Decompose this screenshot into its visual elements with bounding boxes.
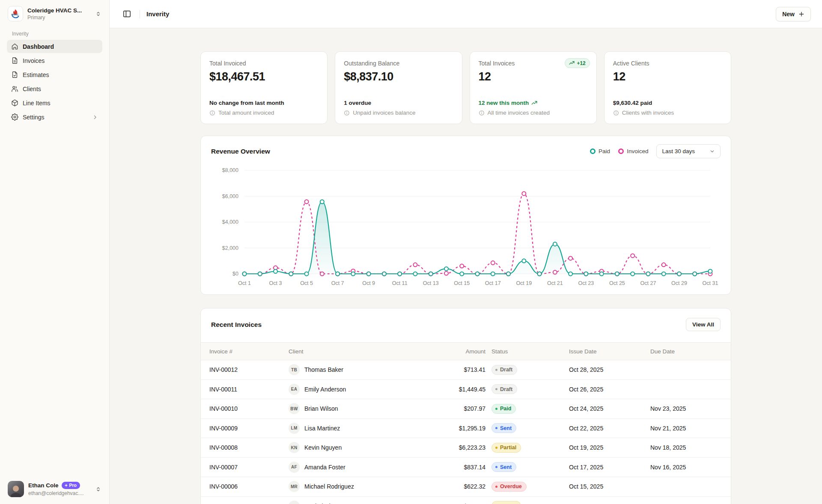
invoice-status: Sent <box>485 423 569 433</box>
client-avatar: MR <box>289 481 300 492</box>
panel-left-icon <box>122 9 131 18</box>
svg-text:$4,000: $4,000 <box>222 219 238 225</box>
invoice-status: Overdue <box>485 482 569 492</box>
stat-value: 12 <box>613 70 722 83</box>
svg-text:Oct 23: Oct 23 <box>578 280 594 286</box>
user-menu[interactable]: Ethan Cole Pro ethan@coleridgehvac.... <box>7 478 102 498</box>
invoice-due-date: Nov 21, 2025 <box>650 425 722 432</box>
org-switcher[interactable]: HVAC Coleridge HVAC S... Primary <box>7 5 102 22</box>
info-icon <box>613 110 619 116</box>
legend-item-paid: Paid <box>590 148 610 154</box>
chevron-down-icon <box>709 148 715 154</box>
invoice-status: Paid <box>485 404 569 414</box>
revenue-title: Revenue Overview <box>211 148 270 155</box>
stat-change: $9,630.42 paid <box>613 100 722 106</box>
stat-change: No change from last month <box>209 100 319 106</box>
info-icon <box>344 110 350 116</box>
invoice-table-header: Invoice # Client Amount Status Issue Dat… <box>201 342 731 360</box>
invoice-number: INV-00011 <box>209 386 289 393</box>
stat-description: Clients with invoices <box>613 110 722 116</box>
sidebar-item-clients[interactable]: Clients <box>7 82 102 95</box>
column-amount: Amount <box>443 348 485 355</box>
home-icon <box>11 43 18 50</box>
column-status: Status <box>485 348 569 355</box>
info-icon <box>479 110 485 116</box>
trending-up-icon <box>569 60 575 66</box>
svg-text:Oct 11: Oct 11 <box>392 280 408 286</box>
invoice-client: MRMichael Rodriguez <box>289 481 443 492</box>
chevron-up-down-icon <box>95 486 101 492</box>
table-row[interactable]: INV-00006MRMichael Rodriguez$622.32Overd… <box>201 477 731 497</box>
status-badge: Paid <box>491 404 516 414</box>
invoiced-legend-dot <box>618 148 624 154</box>
chevron-up-down-icon <box>95 11 101 17</box>
sidebar-item-label: Clients <box>23 86 41 92</box>
invoice-number: INV-00012 <box>209 366 289 373</box>
stat-label: Total Invoiced <box>209 60 319 67</box>
invoice-issue-date: Oct 28, 2025 <box>569 366 650 373</box>
invoice-status: Draft <box>485 384 569 394</box>
status-badge: Partial <box>491 443 521 453</box>
invoice-issue-date: Oct 22, 2025 <box>569 425 650 432</box>
table-row[interactable]: INV-00008KNKevin Nguyen$6,223.23PartialO… <box>201 438 731 458</box>
stat-value: 12 <box>479 70 588 83</box>
sidebar-item-line-items[interactable]: Line Items <box>7 96 102 110</box>
client-avatar: RC <box>289 501 300 504</box>
sidebar-item-label: Line Items <box>23 100 51 107</box>
sidebar-toggle-button[interactable] <box>121 8 133 20</box>
chevron-right-icon <box>92 114 98 120</box>
invoice-amount: $207.97 <box>443 405 485 412</box>
sidebar-item-dashboard[interactable]: Dashboard <box>7 40 102 53</box>
stat-value: $8,837.10 <box>344 70 453 83</box>
svg-text:Oct 17: Oct 17 <box>485 280 501 286</box>
svg-text:$0: $0 <box>232 271 238 277</box>
invoice-status: Partial <box>485 501 569 504</box>
invoice-amount: $6,223.23 <box>443 444 485 451</box>
date-range-select[interactable]: Last 30 days <box>656 144 721 158</box>
recent-invoices-card: Recent Invoices View All Invoice # Clien… <box>200 308 731 504</box>
svg-text:$6,000: $6,000 <box>222 193 238 199</box>
gear-icon <box>11 113 18 121</box>
document-check-icon <box>11 71 18 78</box>
legend-item-invoiced: Invoiced <box>618 148 648 154</box>
table-row[interactable]: INV-00009LMLisa Martinez$1,295.19SentOct… <box>201 419 731 439</box>
stat-description: Total amount invoiced <box>209 110 319 116</box>
status-badge: Sent <box>491 462 516 472</box>
invoice-due-date: Nov 18, 2025 <box>650 444 722 451</box>
invoice-issue-date: Oct 19, 2025 <box>569 444 650 451</box>
table-row[interactable]: INV-00010BWBrian Wilson$207.97PaidOct 24… <box>201 399 731 419</box>
sidebar-nav: DashboardInvoicesEstimatesClientsLine It… <box>7 40 102 125</box>
revenue-chart: $0$2,000$4,000$6,000$8,000Oct 1Oct 3Oct … <box>211 163 721 288</box>
table-row[interactable]: INV-00005RCRachel Chen$702.88PartialOct … <box>201 497 731 504</box>
invoice-status: Partial <box>485 443 569 453</box>
view-all-button[interactable]: View All <box>686 318 721 331</box>
column-due-date: Due Date <box>650 348 722 355</box>
invoice-issue-date: Oct 17, 2025 <box>569 464 650 471</box>
svg-text:$8,000: $8,000 <box>222 167 238 173</box>
table-row[interactable]: INV-00012TBThomas Baker$713.41DraftOct 2… <box>201 360 731 380</box>
stat-card-outstanding-balance: Outstanding Balance $8,837.10 1 overdue … <box>335 51 462 124</box>
sidebar: HVAC Coleridge HVAC S... Primary Inverit… <box>0 0 110 504</box>
table-row[interactable]: INV-00011EAEmily Anderson$1,449.45DraftO… <box>201 380 731 400</box>
stat-label: Outstanding Balance <box>344 60 453 67</box>
svg-text:Oct 9: Oct 9 <box>362 280 375 286</box>
status-badge: Draft <box>491 384 517 394</box>
sparkle-icon <box>64 483 68 487</box>
invoice-amount: $1,295.19 <box>443 425 485 432</box>
invoice-number: INV-00009 <box>209 425 289 432</box>
sidebar-item-settings[interactable]: Settings <box>7 110 102 124</box>
new-button[interactable]: New <box>776 7 811 21</box>
sidebar-item-estimates[interactable]: Estimates <box>7 68 102 81</box>
table-row[interactable]: INV-00007AFAmanda Foster$837.14SentOct 1… <box>201 458 731 477</box>
package-icon <box>11 99 18 107</box>
svg-text:Oct 3: Oct 3 <box>269 280 282 286</box>
user-name: Ethan Cole <box>28 482 59 489</box>
sidebar-item-invoices[interactable]: Invoices <box>7 54 102 67</box>
client-avatar: EA <box>289 384 300 395</box>
pro-badge: Pro <box>62 482 80 489</box>
stat-label: Active Clients <box>613 60 722 67</box>
stat-card-total-invoices: +12 Total Invoices 12 12 new this month … <box>470 51 597 124</box>
invoice-number: INV-00008 <box>209 444 289 451</box>
svg-text:Oct 15: Oct 15 <box>454 280 470 286</box>
client-avatar: TB <box>289 364 300 375</box>
